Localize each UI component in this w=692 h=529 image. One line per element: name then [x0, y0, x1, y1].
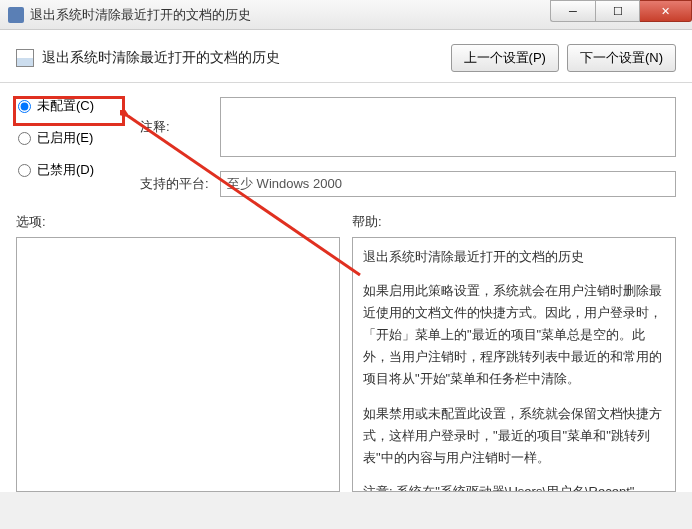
app-icon [8, 7, 24, 23]
radio-enabled-input[interactable] [18, 132, 31, 145]
setting-icon [16, 49, 34, 67]
platform-label: 支持的平台: [140, 175, 220, 193]
setting-title: 退出系统时清除最近打开的文档的历史 [42, 49, 451, 67]
radio-not-configured[interactable]: 未配置(C) [18, 97, 140, 115]
options-column: 选项: [16, 213, 340, 492]
options-box [16, 237, 340, 492]
window-controls: ─ ☐ ✕ [550, 0, 692, 29]
radio-not-configured-label: 未配置(C) [37, 97, 94, 115]
next-setting-button[interactable]: 下一个设置(N) [567, 44, 676, 72]
help-label: 帮助: [352, 213, 676, 231]
help-text-p1: 退出系统时清除最近打开的文档的历史 [363, 246, 665, 268]
platform-row: 支持的平台: 至少 Windows 2000 [140, 171, 676, 197]
comment-input[interactable] [220, 97, 676, 157]
radio-not-configured-input[interactable] [18, 100, 31, 113]
help-text-p4: 注意: 系统在"系统驱动器\Users\用户名\Recent" [363, 481, 665, 492]
maximize-button[interactable]: ☐ [595, 0, 640, 22]
radio-disabled[interactable]: 已禁用(D) [18, 161, 140, 179]
radio-disabled-label: 已禁用(D) [37, 161, 94, 179]
comment-row: 注释: [140, 97, 676, 157]
platform-value: 至少 Windows 2000 [220, 171, 676, 197]
close-button[interactable]: ✕ [640, 0, 692, 22]
help-column: 帮助: 退出系统时清除最近打开的文档的历史 如果启用此策略设置，系统就会在用户注… [352, 213, 676, 492]
options-label: 选项: [16, 213, 340, 231]
content-area: 未配置(C) 已启用(E) 已禁用(D) 注释: 支持的平台: 至少 Windo… [0, 83, 692, 205]
help-box[interactable]: 退出系统时清除最近打开的文档的历史 如果启用此策略设置，系统就会在用户注销时删除… [352, 237, 676, 492]
lower-area: 选项: 帮助: 退出系统时清除最近打开的文档的历史 如果启用此策略设置，系统就会… [0, 205, 692, 492]
radio-enabled[interactable]: 已启用(E) [18, 129, 140, 147]
header-row: 退出系统时清除最近打开的文档的历史 上一个设置(P) 下一个设置(N) [0, 30, 692, 83]
help-text-p3: 如果禁用或未配置此设置，系统就会保留文档快捷方式，这样用户登录时，"最近的项目"… [363, 403, 665, 469]
prev-setting-button[interactable]: 上一个设置(P) [451, 44, 559, 72]
titlebar: 退出系统时清除最近打开的文档的历史 ─ ☐ ✕ [0, 0, 692, 30]
fields-column: 注释: 支持的平台: 至少 Windows 2000 [140, 83, 692, 205]
radio-enabled-label: 已启用(E) [37, 129, 93, 147]
help-text-p2: 如果启用此策略设置，系统就会在用户注销时删除最近使用的文档文件的快捷方式。因此，… [363, 280, 665, 390]
nav-buttons: 上一个设置(P) 下一个设置(N) [451, 44, 676, 72]
config-radio-group: 未配置(C) 已启用(E) 已禁用(D) [18, 97, 140, 179]
minimize-button[interactable]: ─ [550, 0, 595, 22]
radio-column: 未配置(C) 已启用(E) 已禁用(D) [0, 83, 140, 205]
radio-disabled-input[interactable] [18, 164, 31, 177]
window-title: 退出系统时清除最近打开的文档的历史 [30, 6, 550, 24]
comment-label: 注释: [140, 118, 220, 136]
